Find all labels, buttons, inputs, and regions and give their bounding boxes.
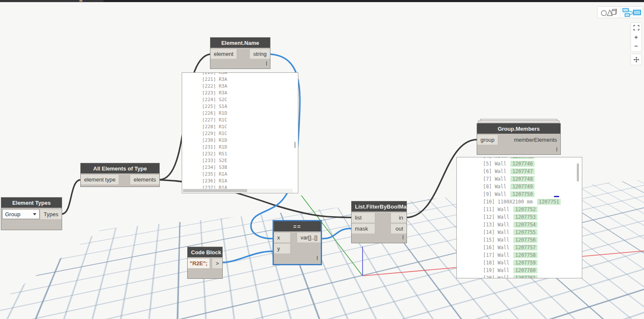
port-out-codeblock[interactable]: > [212,258,222,268]
fit-view-icon [633,25,639,30]
preview-list-item: [222] R3A [202,83,298,90]
member-label: [5] Wall [483,161,506,167]
member-label: [19] Wall [483,267,509,273]
member-label: [11] Wall [483,206,509,212]
node-equals[interactable]: == x var[]..[] y | [273,220,322,265]
member-label: [15] Wall [483,237,509,243]
node-code-block-title[interactable]: Code Block [188,247,222,257]
preview-horizontal-scrollbar-thumb[interactable] [183,189,247,192]
element-id-badge: 1207761 [513,275,537,278]
member-label: [16] Wall [483,245,509,250]
port-in-x[interactable]: x [274,233,291,242]
preview-list-item: [223] R3A [202,90,298,96]
zoom-in-button[interactable]: + [631,33,641,41]
preview-list-item: [10] 1100X2100 mm1207751 [483,198,582,206]
element-types-dropdown[interactable]: Group [2,209,40,219]
port-in-element[interactable]: element [210,49,237,59]
preview-list-item: [221] R3A [202,76,298,83]
preview-list-item: [15] Wall1207756 [483,236,582,244]
preview-list-item: [14] Wall1207755 [483,228,582,236]
lacing-indicator[interactable]: | [402,235,404,239]
pan-button[interactable] [630,54,642,65]
port-out-memberelements[interactable]: memberElements [510,135,560,145]
preview-list-item: [229] R1C [202,130,298,137]
node-equals-title[interactable]: == [274,221,321,231]
graph-view-button[interactable] [620,7,643,18]
preview-vertical-scrollbar[interactable] [294,142,296,148]
preview-horizontal-scrollbar[interactable] [183,189,293,192]
geometry-view-button[interactable] [598,7,620,18]
node-element-types-title[interactable]: Element Types [1,198,62,208]
member-label: [14] Wall [483,229,509,235]
member-label: [17] Wall [483,252,509,258]
port-out-string[interactable]: string [249,49,270,59]
lacing-indicator[interactable]: | [556,147,557,151]
port-in-element-type[interactable]: element type [81,175,119,184]
port-in-list[interactable]: list [352,213,375,223]
preview-list-item: [225] S1A [202,103,298,110]
code-block-code-text[interactable]: "R2E"; [188,258,210,268]
preview-list-item: [234] S3B [202,164,298,171]
node-element-types[interactable]: Element Types Group Types [1,197,62,230]
node-list-filterbyboolmask-title[interactable]: List.FilterByBoolMask [352,201,407,212]
node-element-name[interactable]: Element.Name element string | [210,37,270,69]
view-toggle-group [597,6,643,18]
element-id-badge: 1207760 [513,267,537,273]
node-all-elements-of-type[interactable]: All Elements of Type element type elemen… [80,163,160,187]
preview-list-item: [4] Wall1207745 [483,157,582,160]
preview-list-item: [236] R1A [202,178,298,184]
preview-list-item: [228] R1C [202,124,298,130]
preview-list-item: [19] Wall1207760 [483,267,582,274]
node-group-members-title[interactable]: Group.Members [477,124,560,134]
node-code-block[interactable]: Code Block "R2E"; > [187,247,223,279]
group-members-preview-panel[interactable]: [4] Wall1207745[5] Wall1207746[6] Wall12… [456,157,582,278]
graph-view-icon [622,7,641,17]
preview-vertical-scrollbar[interactable] [577,163,579,182]
port-out-elements[interactable]: elements [130,175,159,184]
element-types-dropdown-value: Group [5,211,20,217]
lacing-indicator[interactable]: | [266,61,267,66]
port-out-var[interactable]: var[]..[] [297,233,321,242]
preview-list-item: [18] Wall1207759 [483,259,582,267]
element-id-badge: 1207754 [513,222,537,228]
preview-list-item: [5] Wall1207746 [483,160,582,168]
preview-list-item: [220] R3A [202,72,298,76]
element-id-badge: 1207747 [510,168,534,174]
port-in-group[interactable]: group [477,135,498,145]
node-group-members[interactable]: Group.Members group memberElements | [477,123,561,155]
element-id-badge: 1207753 [513,214,537,220]
preview-list-item: [227] R1C [202,117,298,124]
preview-list-item: [224] S2C [202,96,298,103]
port-in-y[interactable]: y [274,244,291,253]
element-id-badge: 1207751 [537,199,561,205]
preview-list-item: [7] Wall1207748 [483,175,582,183]
element-id-badge: 1207759 [513,260,537,266]
port-in-mask[interactable]: mask [352,224,375,234]
element-name-preview-panel[interactable]: [220] R3A[221] R3A[222] R3A[223] R3A[224… [182,72,298,193]
preview-list-item: [233] S2E [202,157,298,164]
element-id-badge: 1207745 [510,157,534,159]
preview-list-item: [12] Wall1207753 [483,213,582,221]
lacing-indicator[interactable]: | [317,256,318,260]
preview-list-item: [226] R1D [202,110,298,117]
fit-view-button[interactable] [631,25,641,32]
window-titlebar [0,0,644,2]
element-id-badge: 1207746 [510,161,534,167]
element-id-badge: 1207748 [510,176,534,182]
preview-list-item: [13] Wall1207754 [483,221,582,228]
node-element-name-title[interactable]: Element.Name [210,38,270,48]
zoom-out-button[interactable]: − [631,42,641,50]
element-id-badge: 1207755 [513,229,537,235]
member-label: [10] 1100X2100 mm [483,199,533,205]
member-label: [20] Wall [483,275,509,278]
zoom-controls: + − [630,22,642,52]
port-out-out[interactable]: out [390,224,407,234]
port-out-types[interactable]: Types [40,209,62,219]
node-all-elements-of-type-title[interactable]: All Elements of Type [81,163,159,173]
element-id-badge: 1207749 [510,184,534,190]
wire-types-to-elementtype[interactable] [62,180,81,214]
preview-list-item: [20] Wall1207761 [483,274,582,278]
member-label: [6] Wall [483,168,506,174]
node-list-filterbyboolmask[interactable]: List.FilterByBoolMask list in mask out | [351,201,407,243]
port-out-in[interactable]: in [390,213,407,223]
